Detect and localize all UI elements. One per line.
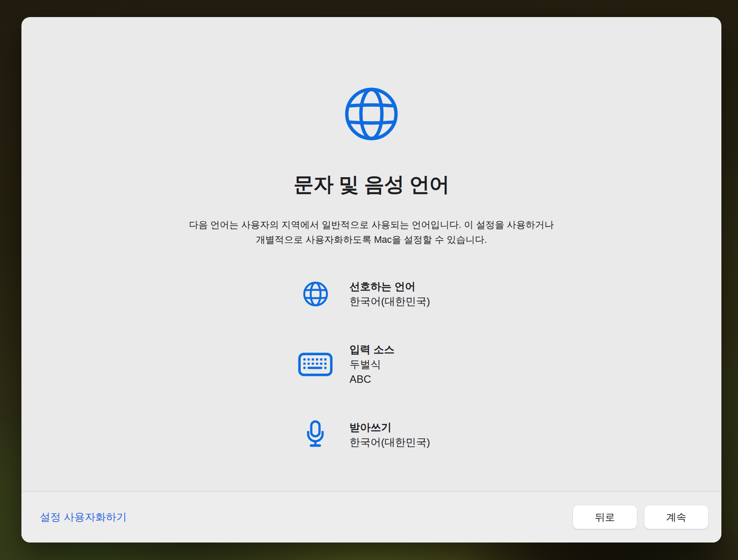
continue-button[interactable]: 계속 xyxy=(644,505,708,529)
language-settings-list: 선호하는 언어 한국어(대한민국) xyxy=(298,279,445,450)
preferred-language-label: 선호하는 언어 xyxy=(350,279,430,294)
page-title: 문자 및 음성 언어 xyxy=(294,171,449,198)
globe-icon xyxy=(341,84,401,144)
dictation-label: 받아쓰기 xyxy=(350,420,430,435)
description-line-1: 다음 언어는 사용자의 지역에서 일반적으로 사용되는 언어입니다. 이 설정을… xyxy=(189,217,554,232)
language-settings-panel: 문자 및 음성 언어 다음 언어는 사용자의 지역에서 일반적으로 사용되는 언… xyxy=(21,17,721,491)
input-sources-label: 입력 소스 xyxy=(350,342,395,357)
input-sources-row: 입력 소스 두벌식 ABC xyxy=(298,342,445,387)
preferred-language-row: 선호하는 언어 한국어(대한민국) xyxy=(298,279,445,309)
dictation-value: 한국어(대한민국) xyxy=(350,435,430,450)
microphone-icon xyxy=(305,420,326,450)
description-line-2: 개별적으로 사용자화하도록 Mac을 설정할 수 있습니다. xyxy=(189,232,554,247)
setup-assistant-window: 문자 및 음성 언어 다음 언어는 사용자의 지역에서 일반적으로 사용되는 언… xyxy=(21,17,721,542)
footer-bar: 설정 사용자화하기 뒤로 계속 xyxy=(21,491,721,542)
desktop-wallpaper: 문자 및 음성 언어 다음 언어는 사용자의 지역에서 일반적으로 사용되는 언… xyxy=(0,0,738,560)
preferred-language-value: 한국어(대한민국) xyxy=(350,294,430,309)
dictation-row: 받아쓰기 한국어(대한민국) xyxy=(298,420,445,450)
back-button[interactable]: 뒤로 xyxy=(573,505,637,529)
input-source-value-1: 두벌식 xyxy=(350,357,395,372)
input-source-value-2: ABC xyxy=(350,372,395,387)
globe-icon xyxy=(302,280,330,308)
customize-settings-link[interactable]: 설정 사용자화하기 xyxy=(40,510,127,524)
keyboard-icon xyxy=(298,353,333,376)
keyboard-keys xyxy=(303,358,327,369)
page-description: 다음 언어는 사용자의 지역에서 일반적으로 사용되는 언어입니다. 이 설정을… xyxy=(189,217,554,247)
